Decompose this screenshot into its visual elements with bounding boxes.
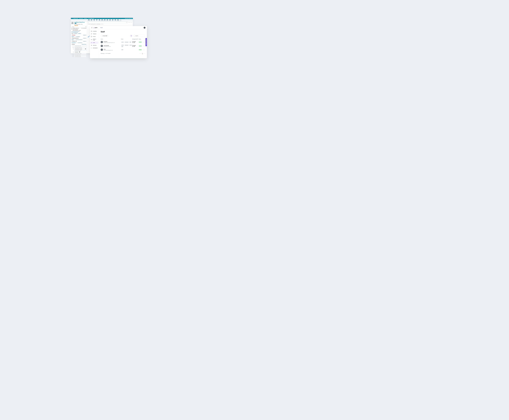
none-chip[interactable]: None [71,39,74,40]
add-allergy-button[interactable]: + Add Allergy [75,36,80,37]
org-name[interactable]: Healr [100,27,103,28]
staff-avatar: T [101,49,103,51]
table-row[interactable]: JRJosh Reinitzjosh@gethealr.comadmindeve… [101,44,145,48]
sidebar-item-patients[interactable]: Patients [90,33,99,35]
sh-label: SH: [71,52,74,52]
pmh-label: PMH: [71,46,74,46]
topbar-user[interactable]: Yuliia.kunyk+ElationSand [125,18,132,19]
search-box[interactable]: ⌕ [133,35,145,37]
tool-reports[interactable]: Reports [106,19,109,21]
provider-2: LastProviderName, 112233 [73,30,81,31]
nav-hl7[interactable]: HL7 Testing Tool [89,18,94,19]
tool-more[interactable]: •••More [119,19,122,21]
fh-input[interactable] [74,50,86,51]
tool-rx[interactable]: Rx [96,19,98,21]
col-status[interactable]: Status [139,39,143,40]
row-menu-button[interactable]: ⋮ [143,49,145,50]
col-roles[interactable]: Roles [121,39,132,40]
page-last-button[interactable]: » [145,53,145,54]
nav-practice-home[interactable]: Practice Home [73,18,78,19]
managed-staff: Managesall staff [132,45,139,47]
problems-actions[interactable]: Actions [83,41,86,42]
sidebar-item-services[interactable]: Services [90,44,99,47]
sidebar-item-calendar[interactable]: Calendar [90,30,99,33]
product-updates-tab[interactable]: Product Updates [145,38,147,46]
calendar-icon [91,31,92,32]
func-input[interactable] [74,56,86,57]
allergies-actions[interactable]: Actions [83,35,86,36]
add-tag-button[interactable]: + [85,26,86,27]
sidebar-item-video[interactable]: Video & Chat [90,38,99,41]
upvio-window: ◬upvio Calendar Patients Forms Video & C… [90,26,147,58]
nav-reports[interactable]: Reports [84,18,87,19]
user-avatar[interactable]: D [144,27,145,29]
sh-select[interactable]: add special [74,52,80,52]
tool-msg[interactable]: Msg [93,19,96,21]
patient-name[interactable]: LastName NameForm [74,22,85,23]
elation-search-input[interactable]: ⌕○ [88,22,128,23]
filter-button[interactable] [130,35,132,37]
caret-icon[interactable]: ▾ [71,41,72,42]
tool-medshx[interactable]: Meds Hx [104,19,106,21]
search-icon: ⌕ [134,35,135,37]
results-text: Showing 1 - 3 of 3 results [101,53,111,54]
no-visits-link[interactable]: No documented visits [71,32,87,33]
upvio-logo[interactable]: ◬upvio [94,27,97,28]
pmh-input[interactable] [74,45,86,46]
tool-templates[interactable]: Templates [117,19,119,21]
no-problems-chip[interactable]: No Problems [71,42,76,43]
table-row[interactable]: EEmpeekdevops.support@empeek.comadmindev… [101,40,145,44]
patient-sidebar: LastName NameForm test 01/01/2000 (24 yr… [71,21,87,57]
video-icon [91,39,92,40]
tool-notes[interactable]: Notes [90,19,93,21]
elation-logo-icon[interactable]: E [71,18,73,19]
drug-header: Drug Intolerances [72,38,79,39]
page-next-button[interactable]: › [143,53,144,54]
collapse-button[interactable]: Collapse [78,33,81,34]
nkda-chip[interactable]: NKDA [71,36,74,37]
tool-orders[interactable]: Orders [98,19,101,21]
role-chip: staff [129,42,132,43]
caret-icon[interactable]: ▾ [71,44,72,45]
drug-actions[interactable]: Actions [83,38,86,39]
col-managed[interactable]: Managed staff [132,39,139,40]
psh-input[interactable] [74,47,86,48]
sh-input[interactable] [74,53,86,54]
tool-forms[interactable]: Forms [114,19,117,21]
sidebar-item-forms[interactable]: Forms [90,35,99,38]
add-problem-button[interactable]: + Add Problem [77,42,82,43]
page-prev-button[interactable]: ‹ [141,53,141,54]
table-row[interactable]: TTestjoshuareinitz@gmail.comstaffActive⋮ [101,48,145,52]
col-name[interactable]: Name [101,39,121,40]
no-upcoming-link[interactable]: No upcoming appointments [71,31,87,32]
tool-handouts[interactable]: Handouts [101,19,104,21]
tool-letter[interactable]: Letter [111,19,114,21]
svg-point-10 [91,45,92,45]
caret-icon[interactable]: ▾ [71,35,72,35]
page-first-button[interactable]: « [140,53,140,54]
hamburger-icon[interactable] [91,27,93,29]
sidebar-item-staff[interactable]: Staff [90,42,98,44]
add-drug-button[interactable]: + Add Drug Intolerance [75,39,83,40]
risk-badge[interactable]: RISK 0.00 [74,25,78,26]
refresh-link[interactable]: Refresh [101,24,104,24]
tool-referral[interactable]: Referral [109,19,111,21]
new-staff-button[interactable]: +New Staff [101,35,108,37]
row-menu-button[interactable]: ⋮ [143,41,145,43]
sidebar-item-developers[interactable]: Developers [90,47,99,49]
tool-visit-note[interactable]: Visit Note [88,19,90,21]
fh-select[interactable]: add relationship to patient [74,48,86,50]
raise-to-top-button[interactable]: Raise to Top [128,22,132,23]
page-current[interactable]: 1 [142,53,143,54]
caret-icon[interactable]: ▾ [71,38,72,38]
cogn-input[interactable] [74,54,86,56]
nav-find-chart[interactable]: Find Chart [79,18,83,19]
upvio-logo-icon: ◬ [94,27,94,28]
search-input[interactable] [135,35,146,36]
clear-icon[interactable]: ○ [126,22,127,23]
row-menu-button[interactable]: ⋮ [143,45,145,47]
patient-avatar-icon[interactable] [71,22,74,24]
printfax-button[interactable]: Print/Fax [74,33,77,34]
cogn-label: Cogn: [71,55,74,55]
export-to-note-button[interactable]: Export to Note [82,44,86,45]
